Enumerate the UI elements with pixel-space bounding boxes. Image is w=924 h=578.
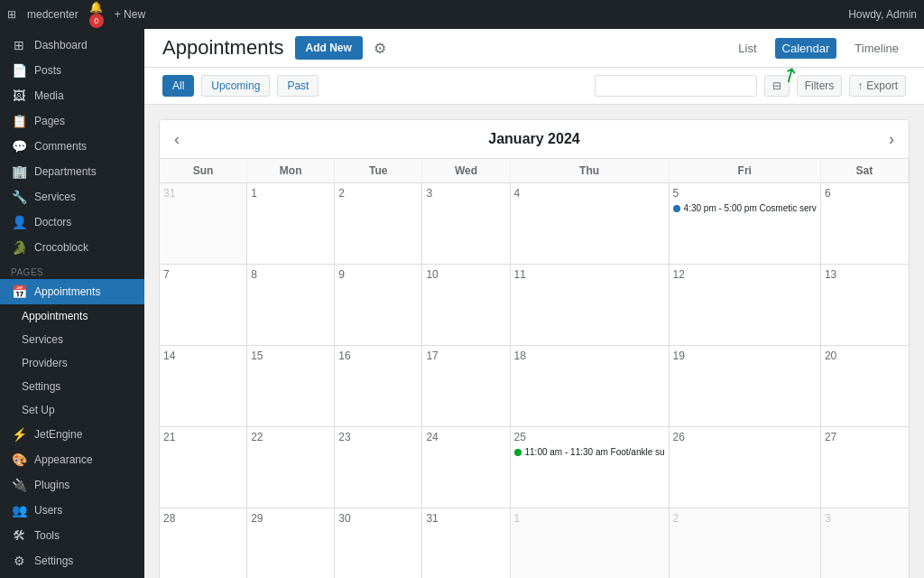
calendar-cell[interactable]: 10 — [422, 264, 510, 345]
sidebar-item-theme[interactable]: Anne Theme — [0, 573, 144, 578]
cell-date: 11 — [514, 268, 665, 281]
calendar-cell[interactable]: 24 — [422, 426, 510, 508]
calendar-cell[interactable]: 19 — [670, 345, 821, 426]
sidebar-label-appearance: Appearance — [34, 453, 93, 466]
calendar-cell[interactable]: 14 — [160, 345, 247, 426]
wp-logo-icon[interactable]: ⊞ — [7, 8, 16, 21]
filters-button[interactable]: Filters — [797, 75, 843, 97]
sidebar-sub-services[interactable]: Services — [0, 328, 144, 351]
calendar-cell[interactable]: 20 — [821, 345, 909, 426]
calendar-cell[interactable]: 3 — [422, 182, 510, 264]
departments-icon: 🏢 — [11, 164, 27, 179]
calendar-cell[interactable]: 26 — [670, 426, 821, 508]
calendar-cell[interactable]: 11 — [511, 264, 670, 345]
filter-all-button[interactable]: All — [162, 75, 194, 97]
cell-date: 4 — [514, 187, 665, 200]
calendar-cell[interactable]: 17 — [422, 345, 510, 426]
calendar-header: ‹ January 2024 › — [160, 120, 909, 158]
sidebar-item-users[interactable]: 👥 Users — [0, 498, 144, 523]
sidebar-item-departments[interactable]: 🏢 Departments — [0, 159, 144, 184]
calendar-cell[interactable]: 15 — [247, 345, 335, 426]
comments-icon: 💬 — [11, 139, 27, 154]
sidebar-item-crocoblock[interactable]: 🐊 Crocoblock — [0, 235, 144, 260]
calendar-cell[interactable]: 30 — [335, 508, 422, 578]
notifications[interactable]: 🔔 0 — [89, 1, 104, 28]
calendar-container: ‹ January 2024 › SunMonTueWedThuFriSat31… — [159, 119, 910, 578]
tab-timeline[interactable]: Timeline — [847, 38, 906, 59]
appointment-item[interactable]: 11:00 am - 11:30 am Foot/ankle su — [514, 447, 665, 457]
sidebar-item-comments[interactable]: 💬 Comments — [0, 134, 144, 159]
sidebar-label-media: Media — [34, 89, 64, 102]
calendar-cell[interactable]: 29 — [247, 508, 335, 578]
cell-date: 31 — [426, 512, 505, 525]
calendar-cell[interactable]: 27 — [821, 426, 909, 508]
cell-date: 1 — [514, 512, 665, 525]
prev-month-button[interactable]: ‹ — [167, 126, 187, 153]
tab-calendar[interactable]: Calendar — [775, 38, 837, 59]
calendar-cell[interactable]: 8 — [247, 264, 335, 345]
sidebar-sub-appointments[interactable]: Appointments — [0, 304, 144, 328]
sidebar-item-media[interactable]: 🖼 Media — [0, 83, 144, 108]
sidebar-item-pages[interactable]: 📋 Pages — [0, 108, 144, 134]
sidebar-sub-settings[interactable]: Settings — [0, 375, 144, 398]
calendar-cell[interactable]: 9 — [335, 264, 422, 345]
calendar-cell[interactable]: 4 — [511, 182, 670, 264]
doctors-icon: 👤 — [11, 215, 27, 229]
sidebar-item-jetengine[interactable]: ⚡ JetEngine — [0, 422, 144, 447]
media-icon: 🖼 — [11, 89, 27, 103]
sidebar-item-dashboard[interactable]: ⊞ Dashboard — [0, 33, 144, 58]
sidebar-item-doctors[interactable]: 👤 Doctors — [0, 210, 144, 235]
toolbar: All Upcoming Past ⊟ Filters ↑ Export — [144, 68, 924, 105]
calendar-cell[interactable]: 12 — [670, 264, 821, 345]
tools-icon: 🛠 — [11, 528, 27, 543]
sidebar-item-plugins[interactable]: 🔌 Plugins — [0, 472, 144, 498]
cell-date: 22 — [251, 431, 330, 443]
tab-list[interactable]: List — [731, 38, 763, 59]
calendar-cell[interactable]: 2 — [335, 182, 422, 264]
calendar-cell[interactable]: 54:30 pm - 5:00 pm Cosmetic serv — [670, 182, 821, 264]
sidebar-item-posts[interactable]: 📄 Posts — [0, 58, 144, 83]
gear-button[interactable]: ⚙ — [374, 40, 386, 57]
calendar-cell[interactable]: 7 — [160, 264, 247, 345]
calendar-cell[interactable]: 2511:00 am - 11:30 am Foot/ankle su — [511, 426, 670, 508]
export-icon: ↑ — [857, 79, 863, 92]
calendar-cell[interactable]: 18 — [511, 345, 670, 426]
calendar-cell[interactable]: 23 — [335, 426, 422, 508]
cell-date: 17 — [426, 350, 505, 362]
search-input[interactable] — [595, 75, 757, 97]
calendar-cell[interactable]: 1 — [247, 182, 335, 264]
sidebar-sub-providers[interactable]: Providers — [0, 351, 144, 375]
appointment-item[interactable]: 4:30 pm - 5:00 pm Cosmetic serv — [673, 203, 817, 213]
grid-view-button[interactable]: ⊟ — [764, 75, 790, 97]
add-new-button[interactable]: Add New — [295, 36, 363, 60]
sidebar-label-crocoblock: Crocoblock — [34, 241, 88, 254]
export-button[interactable]: ↑ Export — [849, 75, 906, 97]
notif-count: 🔔 — [89, 1, 103, 14]
calendar-cell[interactable]: 6 — [821, 182, 909, 264]
sidebar-item-appointments-main[interactable]: 📅 Appointments — [0, 279, 144, 304]
calendar-cell[interactable]: 31 — [422, 508, 510, 578]
sidebar-item-settings[interactable]: ⚙ Settings — [0, 548, 144, 573]
sidebar-sub-setup[interactable]: Set Up — [0, 398, 144, 422]
calendar-cell[interactable]: 2 — [670, 508, 821, 578]
calendar-cell[interactable]: 22 — [247, 426, 335, 508]
new-btn[interactable]: + New — [115, 8, 145, 21]
sidebar-item-services[interactable]: 🔧 Services — [0, 184, 144, 210]
filter-past-button[interactable]: Past — [277, 75, 319, 97]
next-month-button[interactable]: › — [882, 126, 901, 153]
calendar-cell[interactable]: 31 — [160, 182, 247, 264]
cell-date: 29 — [251, 512, 330, 525]
cell-date: 14 — [163, 350, 243, 362]
calendar-day-header: Mon — [247, 159, 335, 182]
calendar-cell[interactable]: 21 — [160, 426, 247, 508]
sidebar-item-tools[interactable]: 🛠 Tools — [0, 523, 144, 548]
calendar-cell[interactable]: 28 — [160, 508, 247, 578]
sidebar-label-jetengine: JetEngine — [34, 428, 82, 441]
site-name[interactable]: medcenter — [27, 8, 79, 21]
sidebar-item-appearance[interactable]: 🎨 Appearance — [0, 447, 144, 472]
calendar-cell[interactable]: 1 — [511, 508, 670, 578]
calendar-cell[interactable]: 3 — [821, 508, 909, 578]
calendar-cell[interactable]: 13 — [821, 264, 909, 345]
calendar-cell[interactable]: 16 — [335, 345, 422, 426]
filter-upcoming-button[interactable]: Upcoming — [201, 75, 270, 97]
